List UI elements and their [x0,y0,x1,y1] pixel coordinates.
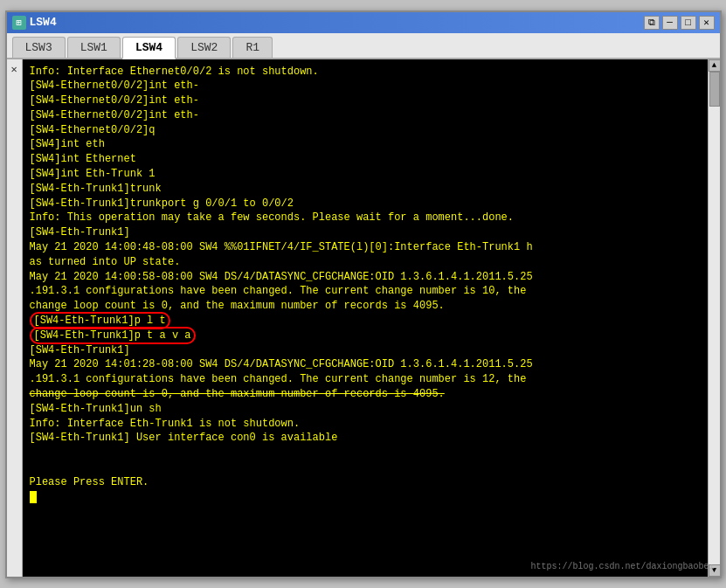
terminal-line-8: [SW4-Eth-Trunk1]trunk [30,183,162,195]
tab-lsw3[interactable]: LSW3 [12,37,66,58]
scroll-thumb[interactable] [709,72,720,107]
terminal-line-12: May 21 2020 14:00:48-08:00 SW4 %%01IFNET… [30,241,533,253]
terminal-line-6: [SW4]int Ethernet [30,153,136,165]
terminal-line-14: May 21 2020 14:00:58-08:00 SW4 DS/4/DATA… [30,271,533,283]
restore-button[interactable]: ⧉ [644,16,660,30]
title-bar-left: ⊞ LSW4 [12,16,57,30]
scroll-up-button[interactable]: ▲ [709,59,720,72]
maximize-button[interactable]: □ [681,16,696,30]
cursor-block [30,491,37,503]
terminal-line-20: May 21 2020 14:01:28-08:00 SW4 DS/4/DATA… [30,358,533,370]
terminal-line-15: .191.3.1 configurations have been change… [30,285,527,297]
side-close-icon[interactable]: ✕ [10,63,17,76]
terminal-wrapper: Info: Interface Ethernet0/0/2 is not shu… [23,59,720,577]
terminal-line-4: [SW4-Ethernet0/0/2]q [30,124,156,136]
circled-command-2: [SW4-Eth-Trunk1]p t a v a [30,327,196,344]
minimize-button[interactable]: ─ [662,16,678,30]
terminal-line-9: [SW4-Eth-Trunk1]trunkport g 0/0/1 to 0/0… [30,197,294,210]
terminal-line-10: Info: This operation may take a few seco… [30,211,515,224]
terminal-cursor-line [30,491,37,503]
terminal-line-23: [SW4-Eth-Trunk1]un sh [30,403,162,415]
tab-lsw1[interactable]: LSW1 [67,37,121,58]
terminal-line-16: change loop count is 0, and the maximum … [30,300,445,312]
terminal-line-0: Info: Interface Ethernet0/0/2 is not shu… [30,66,319,78]
close-button[interactable]: ✕ [699,16,715,30]
tab-lsw4[interactable]: LSW4 [122,37,176,59]
title-bar: ⊞ LSW4 ⧉ ─ □ ✕ [7,12,720,33]
terminal-line-1: [SW4-Ethernet0/0/2]int eth- [30,80,199,92]
terminal-line-25: [SW4-Eth-Trunk1] User interface con0 is … [30,432,338,444]
scrollbar[interactable]: ▲ ▼ [708,59,720,577]
terminal-line-13: as turned into UP state. [30,256,181,268]
terminal-line-18: [SW4-Eth-Trunk1]p t a v a [30,327,196,344]
terminal-line-5: [SW4]int eth [30,138,105,150]
terminal-line-2: [SW4-Ethernet0/0/2]int eth- [30,94,199,107]
tabs-bar: LSW3 LSW1 LSW4 LSW2 R1 [7,33,720,59]
title-bar-controls: ⧉ ─ □ ✕ [644,16,715,30]
watermark: https://blog.csdn.net/daxiongbaobei [530,561,707,573]
content-area: ✕ Info: Interface Ethernet0/0/2 is not s… [7,59,720,577]
terminal-line-21: .191.3.1 configurations have been change… [30,373,527,385]
terminal-line-3: [SW4-Ethernet0/0/2]int eth- [30,109,199,121]
terminal-line-7: [SW4]int Eth-Trunk 1 [30,168,156,180]
terminal-line-24: Info: Interface Eth-Trunk1 is not shutdo… [30,418,301,430]
tab-r1[interactable]: R1 [232,37,273,58]
main-window: ⊞ LSW4 ⧉ ─ □ ✕ LSW3 LSW1 LSW4 LSW2 R1 ✕ … [5,10,722,578]
tab-lsw2[interactable]: LSW2 [177,37,231,58]
app-icon: ⊞ [12,16,26,30]
terminal-line-22: change loop count is 0, and the maximum … [30,388,445,400]
side-strip: ✕ [7,59,23,577]
terminal-line-28: Please Press ENTER. [30,476,149,488]
terminal-line-11: [SW4-Eth-Trunk1] [30,226,130,239]
window-title: LSW4 [30,16,57,29]
strikethrough-text: change loop count is 0, and the maximum … [30,388,445,400]
terminal-line-19: [SW4-Eth-Trunk1] [30,344,130,356]
terminal-output[interactable]: Info: Interface Ethernet0/0/2 is not shu… [23,59,708,577]
scroll-track[interactable] [709,72,720,564]
